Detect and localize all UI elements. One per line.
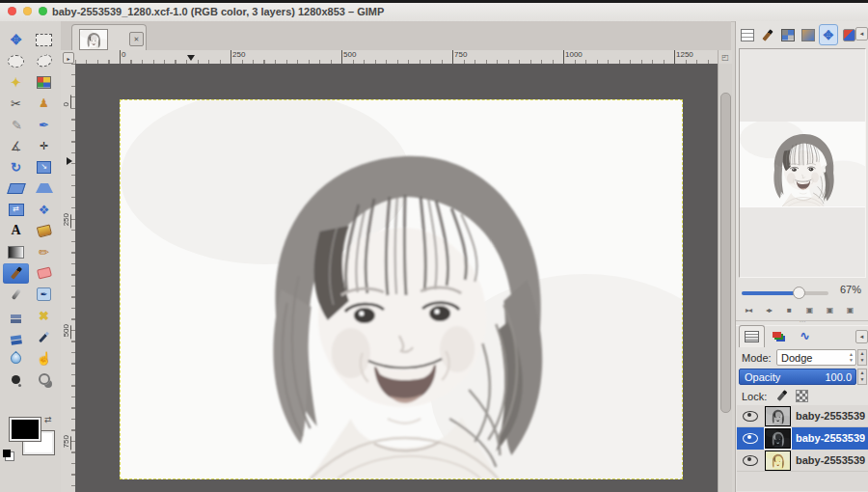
zoom-out-button[interactable]: ▸◂ <box>740 303 757 317</box>
h-ruler-label: 0 <box>122 50 125 59</box>
lock-paint-icon[interactable] <box>777 390 788 401</box>
shrink-wrap-button[interactable]: ▣ <box>841 303 858 317</box>
crop-tool-button[interactable]: ✐ <box>3 115 29 135</box>
blur-tool-button[interactable] <box>3 348 29 369</box>
tab-layers[interactable] <box>739 325 765 347</box>
canvas-viewport[interactable] <box>75 64 718 492</box>
mode-dropdown[interactable]: Dodge ▲▼ <box>776 349 856 366</box>
blur-icon <box>9 350 24 366</box>
ellipse-select-tool-button[interactable] <box>3 51 29 71</box>
navigation-thumbnail[interactable] <box>740 122 865 207</box>
heal-tool-button[interactable]: ✖ <box>31 306 57 326</box>
text-icon: A <box>11 224 20 237</box>
ink-tool-button[interactable]: ✒ <box>31 285 57 305</box>
flip-tool-button[interactable]: ⇄ <box>3 200 29 220</box>
tab-channels[interactable] <box>767 325 791 346</box>
shear-tool-button[interactable] <box>3 178 29 199</box>
dock-tab-brushes[interactable] <box>758 24 777 45</box>
airbrush-tool-button[interactable] <box>3 285 29 305</box>
opacity-spinner[interactable]: ▲▼ <box>857 369 867 385</box>
gradients-icon <box>801 29 815 41</box>
visibility-eye-icon[interactable] <box>743 411 758 422</box>
zoom-1-1-button[interactable]: ■ <box>780 303 798 317</box>
bucket-fill-tool-button[interactable] <box>31 221 57 241</box>
eraser-tool-button[interactable] <box>31 263 57 284</box>
dock-tab-navigation[interactable]: ✥ <box>819 24 838 45</box>
mode-spinner[interactable]: ▲▼ <box>857 349 867 366</box>
paths-tool-button[interactable]: ✒ <box>31 115 57 135</box>
ellipse-select-icon <box>8 55 24 68</box>
lock-label: Lock: <box>742 391 767 402</box>
colors-icon <box>843 29 855 41</box>
clone-tool-button[interactable] <box>3 306 29 326</box>
perspective-tool-button[interactable] <box>31 178 57 199</box>
zoom-follow-window-toggle[interactable]: ◰ <box>718 50 732 65</box>
layer-row[interactable]: baby-2553539 <box>737 405 868 427</box>
zoom-slider[interactable] <box>742 291 828 295</box>
dock-tab-tool-options[interactable] <box>738 24 757 45</box>
visibility-eye-icon[interactable] <box>743 433 758 444</box>
zoom-tool-button[interactable] <box>31 369 57 390</box>
paintbrush-tool-button[interactable] <box>3 263 29 284</box>
gradient-icon <box>8 246 24 259</box>
scale-tool-button[interactable]: ↘ <box>31 157 57 178</box>
pointer-y-marker-icon <box>67 157 72 165</box>
layer-name: baby-2553539 <box>796 454 865 466</box>
dock-tab-patterns[interactable] <box>778 24 798 45</box>
color-picker-tool-button[interactable] <box>31 327 57 347</box>
titlebar[interactable]: baby-2553539_1280.xcf-1.0 (RGB color, 3 … <box>0 3 868 22</box>
lock-alpha-icon[interactable] <box>796 390 808 402</box>
vertical-scrollbar-thumb[interactable] <box>720 93 731 413</box>
close-tab-icon[interactable]: ✕ <box>129 32 144 46</box>
zoom-fit-image-button[interactable]: ▣ <box>800 303 818 317</box>
scissors-select-tool-button[interactable]: ✂ <box>3 94 29 114</box>
move-tool-button[interactable]: ✥ <box>3 30 29 50</box>
maximize-button[interactable] <box>39 7 47 15</box>
mode-combo-spinner[interactable]: ▲▼ <box>849 351 854 363</box>
opacity-label: Opacity <box>745 371 780 383</box>
free-select-tool-button[interactable] <box>31 51 57 71</box>
default-colors-icon[interactable] <box>3 450 11 457</box>
zoom-percentage: 67% <box>840 284 861 295</box>
canvas-image[interactable] <box>120 99 683 479</box>
smudge-tool-button[interactable]: ☝ <box>31 348 57 369</box>
select-by-color-tool-button[interactable] <box>31 72 57 93</box>
canvas-menu-button[interactable]: ▸ <box>63 52 74 64</box>
perspective-clone-tool-button[interactable] <box>3 327 29 347</box>
opacity-slider[interactable]: Opacity 100.0 <box>739 369 856 385</box>
zoom-in-button[interactable]: ◂▸ <box>760 303 777 317</box>
layer-name: baby-2553539 <box>796 432 865 444</box>
dock-tab-gradients[interactable] <box>799 24 818 45</box>
fuzzy-select-tool-button[interactable]: ✦ <box>3 72 29 93</box>
measure-tool-button[interactable]: ∡ <box>3 136 29 156</box>
text-tool-button[interactable]: A <box>3 221 29 241</box>
close-button[interactable] <box>8 7 16 15</box>
align-tool-button[interactable]: ✛ <box>31 136 57 156</box>
layer-row[interactable]: baby-2553539 <box>737 450 868 472</box>
zoom-fill-window-button[interactable]: ▣ <box>821 303 838 317</box>
zoom-slider-handle[interactable] <box>793 287 805 299</box>
dodge-burn-tool-button[interactable] <box>3 369 29 390</box>
swap-colors-icon[interactable]: ⇄ <box>44 415 52 424</box>
layer-row[interactable]: baby-2553539 <box>737 427 868 450</box>
layers-menu-button[interactable]: ◂ <box>855 330 868 343</box>
vertical-scrollbar[interactable] <box>718 64 732 492</box>
minimize-button[interactable] <box>23 7 32 15</box>
pencil-tool-button[interactable]: ✏ <box>31 242 57 262</box>
ink-icon: ✒ <box>37 287 51 301</box>
gradient-tool-button[interactable] <box>3 242 29 262</box>
pencil-icon: ✏ <box>39 246 49 259</box>
rectangle-select-tool-button[interactable] <box>31 30 57 50</box>
cage-transform-tool-button[interactable]: ❖ <box>31 200 57 220</box>
navigation-preview[interactable] <box>739 48 866 278</box>
tab-paths[interactable]: ∿ <box>793 325 817 346</box>
dock-menu-button[interactable]: ◂ <box>855 27 868 41</box>
foreground-color-swatch[interactable] <box>10 418 41 441</box>
image-tab[interactable]: ✕ <box>71 24 147 51</box>
visibility-eye-icon[interactable] <box>743 455 758 466</box>
vertical-ruler[interactable]: 0250500750 <box>61 64 76 492</box>
horizontal-ruler[interactable]: 025050075010001250 <box>75 50 718 65</box>
foreground-select-tool-button[interactable]: ♟ <box>31 94 57 114</box>
rectangle-select-icon <box>36 34 52 46</box>
rotate-tool-button[interactable]: ↻ <box>3 157 29 178</box>
